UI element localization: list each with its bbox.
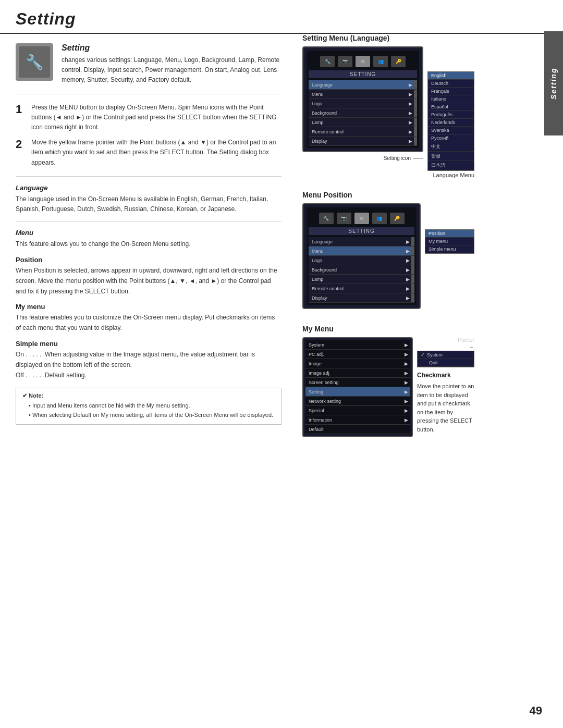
my-menu-setting: Setting ▶ bbox=[305, 387, 410, 397]
divider-1 bbox=[16, 176, 282, 177]
icon-3: ⚙ bbox=[356, 56, 370, 67]
simple-menu-on-text: On . . . . . .When adjusting value in th… bbox=[16, 350, 282, 371]
my-menu-pcadj: PC adj. ▶ bbox=[305, 350, 410, 359]
divider-2 bbox=[16, 221, 282, 221]
step-1-text: Press the MENU button to display On-Scre… bbox=[31, 103, 282, 133]
position-popup: Position My menu Simple menu bbox=[425, 229, 474, 254]
language-menu-annotation: Language Menu bbox=[302, 172, 474, 178]
my-menu-network: Network setting ▶ bbox=[305, 397, 410, 406]
setting-icon-box: 🔧 bbox=[16, 43, 53, 81]
lang-francais: Français bbox=[428, 88, 474, 95]
menu-position-section: Menu Position 🔧 📷 ⚙ 👥 🔑 SETTING bbox=[302, 191, 474, 312]
language-text: The language used in the On-Screen Menu … bbox=[16, 194, 282, 215]
my-menu-screensetting: Screen setting ▶ bbox=[305, 378, 410, 387]
intro-box: 🔧 Setting changes various settings: Lang… bbox=[16, 34, 282, 94]
my-menu-image: Image ▶ bbox=[305, 359, 410, 368]
menu-row-display: Display ▶ bbox=[309, 137, 417, 146]
my-menu-system: System ▶ bbox=[305, 340, 410, 350]
check-system: ✓ System bbox=[418, 351, 474, 359]
intro-description: changes various settings: Language, Menu… bbox=[62, 55, 282, 85]
icons-row: 🔧 📷 ⚙ 👥 🔑 bbox=[309, 53, 417, 70]
pos-menu-row-menu: Menu ▶ bbox=[309, 246, 414, 256]
simple-menu-heading: Simple menu bbox=[16, 340, 282, 348]
my-menu-screen-mockup: System ▶ PC adj. ▶ Image ▶ bbox=[302, 337, 413, 437]
icon-5: 🔑 bbox=[391, 56, 406, 67]
checkmark-label: Checkmark bbox=[417, 372, 474, 379]
my-menu-special: Special ▶ bbox=[305, 406, 410, 415]
menu-row-menu: Menu ▶ bbox=[309, 90, 417, 99]
lang-italiano: Italiano bbox=[428, 95, 474, 103]
language-menu-table: Language ▶ Menu ▶ Logo bbox=[309, 80, 417, 146]
position-heading: Position bbox=[16, 256, 282, 264]
check-quit: Quit bbox=[418, 359, 474, 367]
step-2-row: 2 Move the yellow frame pointer with the… bbox=[16, 138, 282, 168]
my-menu-imageadj: Image adj. ▶ bbox=[305, 368, 410, 378]
pos-icon-2: 📷 bbox=[337, 213, 351, 224]
lang-svenska: Svenska bbox=[428, 127, 474, 134]
lang-espanol: Español bbox=[428, 103, 474, 111]
icon-1: 🔧 bbox=[320, 56, 335, 67]
checkmark-desc: Move the pointer to an item to be displa… bbox=[417, 382, 474, 434]
language-screen-inner: 🔧 📷 ⚙ 👥 🔑 SETTING Language bbox=[307, 51, 419, 148]
pos-menu-row-lamp: Lamp ▶ bbox=[309, 275, 414, 284]
setting-label: SETTING bbox=[309, 70, 417, 78]
setting-menu-language-title: Setting Menu (Language) bbox=[302, 34, 474, 42]
my-menu-section: My Menu System ▶ PC adj. ▶ bbox=[302, 325, 474, 437]
pos-menu-row-background: Background ▶ bbox=[309, 265, 414, 275]
lang-portugues: Português bbox=[428, 111, 474, 119]
my-menu-heading: My menu bbox=[16, 303, 282, 311]
setting-menu-language-section: Setting Menu (Language) 🔧 📷 ⚙ 👥 🔑 bbox=[302, 34, 474, 178]
lang-japanese: 日本語 bbox=[428, 161, 474, 170]
my-menu-inner: System ▶ PC adj. ▶ Image ▶ bbox=[305, 340, 410, 434]
pos-icon-5: 🔑 bbox=[390, 213, 405, 224]
my-menu-default: Default bbox=[305, 425, 410, 434]
pos-icon-4: 👥 bbox=[372, 213, 387, 224]
note-item-2: When selecting Default on My menu settin… bbox=[29, 411, 275, 420]
pos-item-position: Position bbox=[425, 230, 474, 238]
pos-icon-3: ⚙ bbox=[354, 213, 369, 224]
setting-icon-annotation: Setting icon bbox=[384, 155, 411, 161]
step-2-number: 2 bbox=[16, 138, 26, 151]
main-content: 🔧 Setting changes various settings: Lang… bbox=[0, 34, 563, 450]
step-1-row: 1 Press the MENU button to display On-Sc… bbox=[16, 103, 282, 133]
simple-menu-off-text: Off . . . . . .Default setting. bbox=[16, 371, 282, 381]
menu-text: This feature allows you to change the On… bbox=[16, 239, 282, 250]
pointer-arrow: ← bbox=[417, 344, 474, 350]
lang-chinese: 中文 bbox=[428, 142, 474, 152]
menu-row-background: Background ▶ bbox=[309, 108, 417, 118]
position-menu-table: Language ▶ Menu ▶ Logo bbox=[309, 237, 414, 303]
position-screen-mockup: 🔧 📷 ⚙ 👥 🔑 SETTING Language ▶ bbox=[302, 203, 421, 309]
lang-nederlands: Nederlands bbox=[428, 119, 474, 127]
position-screen-inner: 🔧 📷 ⚙ 👥 🔑 SETTING Language ▶ bbox=[307, 207, 417, 305]
lang-english: English bbox=[428, 72, 474, 80]
menu-row-logo: Logo ▶ bbox=[309, 99, 417, 108]
step-1-number: 1 bbox=[16, 103, 26, 116]
step-2-text: Move the yellow frame pointer with the P… bbox=[31, 138, 282, 168]
my-menu-text: This feature enables you to customize th… bbox=[16, 313, 282, 334]
my-menu-information: Information ▶ bbox=[305, 415, 410, 425]
checkmark-description-area: Checkmark Move the pointer to an item to… bbox=[417, 372, 474, 434]
menu-row-lamp: Lamp ▶ bbox=[309, 118, 417, 127]
my-menu-title: My Menu bbox=[302, 325, 474, 333]
icon-2: 📷 bbox=[338, 56, 352, 67]
note-box: ✔ Note: Input and Menu items cannot be h… bbox=[16, 388, 282, 424]
lang-russian: Русский bbox=[428, 134, 474, 142]
setting-icon-image: 🔧 bbox=[19, 46, 50, 78]
menu-row-language: Language ▶ bbox=[309, 80, 417, 90]
intro-subtitle: Setting bbox=[62, 43, 282, 53]
language-popup: English Deutsch Français Italiano Españo… bbox=[427, 71, 474, 171]
lang-korean: 한글 bbox=[428, 152, 474, 161]
pos-item-simplemenu: Simple menu bbox=[425, 245, 474, 253]
pos-menu-row-logo: Logo ▶ bbox=[309, 256, 414, 265]
pos-menu-row-language: Language ▶ bbox=[309, 237, 414, 246]
pos-setting-label: SETTING bbox=[309, 227, 414, 235]
right-column: Setting Menu (Language) 🔧 📷 ⚙ 👥 🔑 bbox=[297, 34, 474, 450]
page-header: Setting bbox=[0, 0, 563, 34]
position-text: When Position is selected, arrows appear… bbox=[16, 266, 282, 297]
menu-position-title: Menu Position bbox=[302, 191, 474, 199]
note-item-1: Input and Menu items cannot be hid with … bbox=[29, 401, 275, 411]
language-screen-mockup: 🔧 📷 ⚙ 👥 🔑 SETTING Language bbox=[302, 46, 423, 152]
lang-deutsch: Deutsch bbox=[428, 80, 474, 88]
pos-item-mymenu: My menu bbox=[425, 238, 474, 245]
icon-4: 👥 bbox=[373, 56, 388, 67]
